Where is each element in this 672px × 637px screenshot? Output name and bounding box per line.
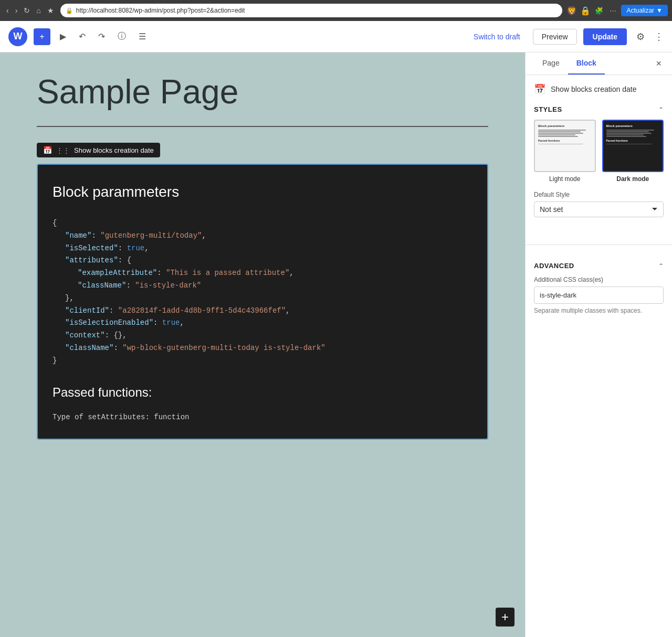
info-button[interactable]: ⓘ [114, 28, 129, 45]
update-button[interactable]: Update [583, 28, 627, 45]
page-title: Sample Page [37, 73, 488, 110]
page-tab[interactable]: Page [534, 52, 568, 75]
sidebar-content: 📅 Show blocks creation date Styles ⌃ Blo… [526, 75, 672, 236]
sidebar-tabs: Page Block × [526, 52, 672, 75]
address-bar[interactable]: 🔒 http://localhost:8082/wp-admin/post.ph… [60, 4, 563, 17]
close-sidebar-button[interactable]: × [654, 56, 664, 71]
styles-title: Styles [534, 105, 562, 113]
dark-mode-preview: Block parameters Passed functions [602, 120, 664, 172]
lock-icon: 🔒 [66, 7, 73, 14]
settings-button[interactable]: ⚙ [633, 28, 648, 46]
code-line-4: "attributes": { [65, 254, 472, 267]
switch-to-draft-button[interactable]: Switch to draft [467, 28, 527, 45]
preview-button[interactable]: Preview [533, 29, 577, 45]
advanced-section: Advanced ⌃ Additional CSS class(es) Sepa… [526, 253, 672, 323]
light-mode-preview: Block parameters Passed functions [534, 120, 596, 172]
page-content: Sample Page 📅 ⋮⋮ Show blocks creation da… [37, 73, 488, 440]
wp-logo[interactable]: W [8, 27, 27, 46]
browser-nav-buttons: ‹ › ↻ ⌂ ★ [4, 4, 56, 17]
block-header: 📅 Show blocks creation date [534, 83, 664, 95]
undo-button[interactable]: ↶ [76, 28, 89, 45]
block-toolbar-label: Show blocks creation date [74, 146, 154, 154]
code-line-11: "className": "wp-block-gutenberg-multi-t… [65, 342, 472, 355]
code-line-6: "className": "is-style-dark" [78, 280, 472, 292]
address-text: http://localhost:8082/wp-admin/post.php?… [76, 7, 558, 14]
editor-area[interactable]: Sample Page 📅 ⋮⋮ Show blocks creation da… [0, 52, 525, 637]
styles-section-header[interactable]: Styles ⌃ [534, 105, 664, 113]
dark-block[interactable]: Block parammeters { "name": "gutenberg-m… [37, 164, 488, 440]
passed-functions-text: Type of setAttributes: function [52, 411, 472, 424]
add-block-toolbar-button[interactable]: + [34, 28, 50, 45]
block-heading: Block parammeters [52, 179, 472, 205]
block-toolbar: 📅 ⋮⋮ Show blocks creation date [37, 143, 160, 157]
redo-button[interactable]: ↷ [95, 28, 108, 45]
code-block: { "name": "gutenberg-multi/today", "isSe… [52, 217, 472, 367]
brave-shield-icon: 🦁 [566, 5, 577, 16]
code-line-5: "exampleAttribute": "This is a passed at… [78, 267, 472, 280]
more-icon: ⋯ [607, 5, 618, 16]
puzzle-icon: 🧩 [594, 5, 604, 16]
light-mode-label: Light mode [549, 175, 580, 183]
code-line-9: "isSelectionEnabled": true, [65, 317, 472, 330]
css-class-help: Separate multiple classes with spaces. [534, 307, 664, 314]
code-line-2: "name": "gutenberg-multi/today", [65, 230, 472, 242]
advanced-chevron-icon: ⌃ [658, 262, 664, 270]
tools-button[interactable]: ▶ [57, 28, 69, 45]
code-line-1: { [52, 217, 472, 230]
bookmark-button[interactable]: ★ [45, 4, 56, 17]
code-line-3: "isSelected": true, [65, 242, 472, 255]
list-view-button[interactable]: ☰ [135, 28, 149, 45]
block-tab[interactable]: Block [568, 52, 605, 75]
add-block-button[interactable]: + [496, 608, 514, 627]
dark-mode-label: Dark mode [616, 175, 649, 183]
light-mode-thumb[interactable]: Block parameters Passed functions Light … [534, 120, 596, 183]
calendar-icon: 📅 [43, 146, 52, 154]
more-options-button[interactable]: ⋮ [654, 31, 664, 43]
passed-functions-title: Passed functions: [52, 382, 472, 404]
css-class-input[interactable] [534, 286, 664, 304]
browser-update-button[interactable]: Actualizar ▼ [621, 5, 668, 16]
browser-update-chevron: ▼ [656, 7, 663, 14]
calendar-sidebar-icon: 📅 [534, 83, 545, 95]
browser-chrome: ‹ › ↻ ⌂ ★ 🔒 http://localhost:8082/wp-adm… [0, 0, 672, 21]
styles-chevron-icon: ⌃ [658, 106, 664, 113]
advanced-section-header[interactable]: Advanced ⌃ [534, 262, 664, 270]
code-line-12: } [52, 355, 472, 367]
dark-mode-thumb[interactable]: Block parameters Passed functions Dark m… [602, 120, 664, 183]
code-line-10: "context": {}, [65, 330, 472, 342]
advanced-title: Advanced [534, 262, 574, 270]
forward-button[interactable]: › [13, 4, 20, 17]
browser-update-label: Actualizar [626, 7, 654, 14]
block-header-label: Show blocks creation date [551, 85, 636, 93]
css-class-label: Additional CSS class(es) [534, 276, 664, 283]
code-line-7: }, [65, 292, 472, 305]
page-divider [37, 126, 488, 127]
back-button[interactable]: ‹ [4, 4, 11, 17]
bitwarden-icon: 🔒 [580, 5, 591, 16]
refresh-button[interactable]: ↻ [22, 4, 32, 17]
styles-grid: Block parameters Passed functions Light … [534, 120, 664, 183]
browser-actions: 🦁 🔒 🧩 ⋯ Actualizar ▼ [566, 5, 668, 16]
home-button[interactable]: ⌂ [34, 4, 43, 17]
sidebar-divider [526, 245, 672, 245]
main-layout: Sample Page 📅 ⋮⋮ Show blocks creation da… [0, 52, 672, 637]
default-style-label: Default Style [534, 191, 664, 198]
code-line-8: "clientId": "a282814f-1add-4d8b-9ff1-5d4… [65, 305, 472, 317]
wp-admin-bar: W + ▶ ↶ ↷ ⓘ ☰ Switch to draft Preview Up… [0, 21, 672, 52]
drag-handle[interactable]: ⋮⋮ [56, 146, 70, 154]
default-style-select[interactable]: Not set Light mode Dark mode [534, 201, 664, 217]
sidebar: Page Block × 📅 Show blocks creation date… [525, 52, 672, 637]
